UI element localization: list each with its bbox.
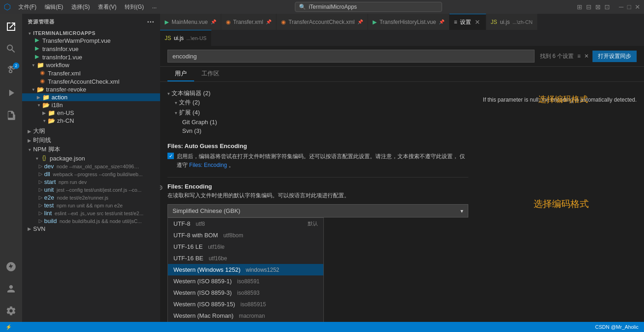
folder-action[interactable]: ▶ 📁 action (22, 93, 160, 101)
folder-transfer-revoke[interactable]: ▾ 📂 transfer-revoke (22, 86, 160, 93)
section-timeline[interactable]: ▶ 时间线 (22, 136, 160, 145)
files-subsection-header[interactable]: ▾ 文件 (2) (175, 97, 468, 108)
encoding-gear-icon[interactable]: ⚙ (160, 184, 163, 191)
dropdown-item-cp437[interactable]: DOS (CP 437) cp437 (168, 321, 323, 322)
restore-button[interactable]: □ (627, 3, 631, 11)
script-name: test (44, 202, 54, 209)
activity-run[interactable] (0, 82, 22, 104)
file-transferwarmprompt[interactable]: ▶ TransferWarmPrompt.vue (22, 36, 160, 45)
global-search-bar[interactable]: 🔍 iTerminalMicroApps (295, 2, 442, 12)
dropdown-item-utf8[interactable]: UTF-8 utf8 默认 (168, 218, 323, 229)
section-svn[interactable]: ▶ SVN (22, 225, 160, 233)
folder-en-us[interactable]: ▶ 📁 en-US (22, 109, 160, 117)
panel-icon[interactable]: ⊠ (595, 3, 601, 11)
remote-status[interactable]: ⚡ (6, 324, 12, 330)
layout-icon[interactable]: ⊞ (577, 3, 582, 11)
activity-source-control[interactable]: 2 (0, 60, 22, 82)
section-arrow-icon: ▶ (26, 138, 33, 143)
project-root[interactable]: ▾ ITERMINALMICROAPPS (22, 30, 160, 36)
filter-icon[interactable]: ≡ (577, 53, 581, 59)
dropdown-item-utf16le[interactable]: UTF-16 LE utf16le (168, 241, 323, 252)
file-transferaccountcheck-xml[interactable]: ◉ TransferAccountCheck.xml (22, 77, 160, 86)
dropdown-item-utf8bom[interactable]: UTF-8 with BOM utf8bom (168, 229, 323, 241)
npm-script-start[interactable]: ▷ start npm run dev (22, 178, 160, 186)
subsection-collapse-icon: ▾ (175, 110, 177, 115)
tab-close-icon[interactable]: ✕ (474, 18, 481, 26)
settings-tab-user[interactable]: 用户 (167, 67, 194, 81)
sidebar-more-icon[interactable]: ⋯ (147, 17, 155, 26)
vscode-logo-icon: ⬡ (4, 2, 11, 12)
settings-tab-workspace[interactable]: 工作区 (194, 67, 227, 81)
file-transfer-xml[interactable]: ◉ Transfer.xml (22, 69, 160, 77)
extension-svn[interactable]: Svn (3) (182, 126, 468, 135)
activity-account[interactable] (0, 278, 22, 300)
script-name: dll (44, 171, 50, 177)
script-name: dev (44, 163, 54, 170)
dropdown-item-utf16be[interactable]: UTF-16 BE utf16be (168, 252, 323, 264)
npm-script-dev[interactable]: ▷ dev node --max_old_space_size=4096 bui… (22, 162, 160, 170)
npm-script-build[interactable]: ▷ build node build/build.js && node util… (22, 217, 160, 225)
text-editor-subsections: ▾ 文件 (2) ▾ 扩展 (4) Git Graph (1) Svn (3) (175, 97, 468, 135)
text-editor-section: ▾ 文本编辑器 (2) ▾ 文件 (2) ▾ 扩展 (4) (167, 89, 468, 135)
split-icon[interactable]: ⊟ (586, 3, 592, 11)
dropdown-item-windows1252-selected[interactable]: Western (Windows 1252) windows1252 (168, 264, 323, 275)
close-button[interactable]: ✕ (635, 3, 640, 11)
tab-transfer-xml[interactable]: ◉ Transfer.xml 📌 (221, 14, 277, 30)
activity-explorer[interactable] (0, 16, 22, 38)
file-package-json[interactable]: ▾ {} package.json (22, 154, 160, 162)
dropdown-item-macroman[interactable]: Western (Mac Roman) macroman (168, 310, 323, 321)
minimize-button[interactable]: ─ (619, 3, 624, 11)
npm-script-lint[interactable]: ▷ lint eslint --ext .js,.vue src test/un… (22, 209, 160, 217)
option-label: Western (ISO 8859-1) iso88591 (173, 278, 259, 285)
file-transinfor[interactable]: ▶ transInfor.vue (22, 45, 160, 53)
dropdown-item-iso88593[interactable]: Western (ISO 8859-3) iso88593 (168, 287, 323, 298)
tab-transferhistorylist-vue[interactable]: ▶ TransferHistoryList.vue 📌 (368, 14, 449, 30)
npm-script-unit[interactable]: ▷ unit jest --config test/unit/jest.conf… (22, 186, 160, 194)
npm-script-dll[interactable]: ▷ dll webpack --progress --config build/… (22, 170, 160, 178)
menu-edit[interactable]: 编辑(E) (41, 2, 67, 12)
npm-script-e2e[interactable]: ▷ e2e node test/e2e/runner.js (22, 194, 160, 201)
dropdown-item-iso885915[interactable]: Western (ISO 8859-15) iso885915 (168, 298, 323, 310)
extension-git-graph[interactable]: Git Graph (1) (182, 118, 468, 126)
encoding-select-trigger[interactable]: Simplified Chinese (GBK) ▾ (167, 204, 468, 218)
sub-tab-path: ...\en-US (186, 35, 206, 41)
clear-search-icon[interactable]: ✕ (584, 53, 589, 59)
menu-view[interactable]: 查看(V) (94, 2, 120, 12)
text-editor-section-header[interactable]: ▾ 文本编辑器 (2) (167, 89, 468, 97)
folder-name: zh-CN (57, 117, 74, 124)
custom-icon[interactable]: ⊡ (604, 3, 610, 11)
dropdown-item-iso88591[interactable]: Western (ISO 8859-1) iso88591 (168, 275, 323, 287)
tabs-bar: ▶ MainMenu.vue 📌 ◉ Transfer.xml 📌 ◉ Tran… (160, 14, 644, 30)
folder-workflow[interactable]: ▾ 📁 workflow (22, 61, 160, 69)
tab-settings[interactable]: ≡ 设置 ✕ (449, 14, 486, 30)
extensions-subsection-header[interactable]: ▾ 扩展 (4) (175, 108, 468, 118)
folder-name: transfer-revoke (46, 86, 86, 93)
sub-tab-ui-js-en-us[interactable]: JS ui.js ...\en-US (160, 30, 212, 46)
tab-transferaccountcheck-xml[interactable]: ◉ TransferAccountCheck.xml 📌 (276, 14, 368, 30)
option-tag: macroman (239, 313, 265, 319)
section-outline[interactable]: ▶ 大纲 (22, 126, 160, 136)
files-encoding-link[interactable]: Files: Encoding (189, 162, 227, 168)
menu-select[interactable]: 选择(S) (68, 2, 93, 12)
activity-settings[interactable] (0, 300, 22, 322)
menu-file[interactable]: 文件(F) (15, 2, 40, 12)
menu-goto[interactable]: 转到(G) (121, 2, 147, 12)
menu-more[interactable]: ... (149, 2, 161, 12)
sync-settings-button[interactable]: 打开设置同步 (592, 51, 637, 62)
script-name: unit (44, 186, 54, 193)
settings-search-input[interactable] (167, 50, 535, 63)
folder-zh-cn[interactable]: ▾ 📂 zh-CN (22, 117, 160, 125)
tab-file-icon: ◉ (226, 19, 230, 25)
folder-i18n[interactable]: ▾ 📂 i18n (22, 101, 160, 109)
npm-script-test[interactable]: ▷ test npm run unit && npm run e2e (22, 201, 160, 209)
activity-remote[interactable] (0, 256, 22, 278)
auto-guess-title: Files: Auto Guess Encoding (167, 143, 468, 149)
file-transinfor1[interactable]: ▶ transInfor1.vue (22, 53, 160, 61)
activity-search[interactable] (0, 38, 22, 60)
tab-mainmenu-vue[interactable]: ▶ MainMenu.vue 📌 (160, 14, 221, 30)
option-label: UTF-16 BE utf16be (173, 255, 227, 262)
auto-guess-checkbox[interactable]: ✓ (167, 153, 174, 159)
tab-ui-js-zh-cn[interactable]: JS ui.js ...\zh-CN (486, 14, 538, 30)
activity-extensions[interactable] (0, 104, 22, 126)
section-npm-scripts[interactable]: ▾ NPM 脚本 (22, 145, 160, 154)
